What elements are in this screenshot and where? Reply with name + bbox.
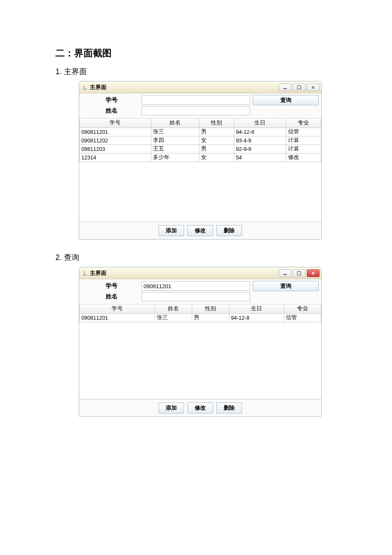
input-student-id[interactable] xyxy=(141,281,250,291)
titlebar: 主界面 xyxy=(79,81,321,93)
maximize-button[interactable] xyxy=(293,269,306,277)
cell: 王五 xyxy=(151,145,199,153)
table-header-row: 学号 姓名 性别 生日 专业 xyxy=(80,119,321,128)
delete-button[interactable]: 删除 xyxy=(216,225,242,236)
cell: 张三 xyxy=(155,314,192,322)
table-blank-area xyxy=(79,322,321,399)
svg-rect-3 xyxy=(297,272,301,275)
col-major[interactable]: 专业 xyxy=(284,304,321,314)
java-icon xyxy=(82,270,88,276)
label-student-id: 学号 xyxy=(82,96,141,104)
cell: 09811203 xyxy=(80,145,151,153)
data-table: 学号 姓名 性别 生日 专业 090811201 张三 男 94-12-8 信管 xyxy=(79,304,321,322)
table-row[interactable]: 09811203 王五 男 92-9-9 计算 xyxy=(80,145,321,153)
input-name[interactable] xyxy=(141,106,250,116)
edit-button[interactable]: 修改 xyxy=(187,225,213,236)
col-birthday[interactable]: 生日 xyxy=(229,304,284,314)
input-student-id[interactable] xyxy=(141,95,250,105)
cell: 94-12-8 xyxy=(234,128,286,136)
window-main-1: 主界面 学号 查询 姓名 学号 xyxy=(79,81,322,240)
cell: 信管 xyxy=(284,314,321,322)
add-button[interactable]: 添加 xyxy=(159,402,184,413)
col-name[interactable]: 姓名 xyxy=(155,304,192,314)
subheading-1: 1. 主界面 xyxy=(55,66,337,77)
cell: 男 xyxy=(192,314,229,322)
titlebar: 主界面 xyxy=(79,267,321,279)
subheading-2: 2. 查询 xyxy=(55,252,337,263)
search-button[interactable]: 查询 xyxy=(253,95,319,105)
maximize-button[interactable] xyxy=(293,84,306,91)
close-button[interactable] xyxy=(307,84,320,91)
table-blank-area xyxy=(79,162,321,222)
label-name: 姓名 xyxy=(82,293,141,301)
window-main-2: 主界面 学号 查询 姓名 学号 xyxy=(79,267,322,417)
cell: 12314 xyxy=(80,153,151,162)
table-row[interactable]: 12314 多少年 女 54 修改 xyxy=(80,153,321,162)
data-table-wrap: 学号 姓名 性别 生日 专业 090811201 张三 男 94-12-8 信管… xyxy=(79,119,321,222)
input-name[interactable] xyxy=(141,292,250,301)
col-gender[interactable]: 性别 xyxy=(199,119,234,128)
label-student-id: 学号 xyxy=(82,282,141,290)
data-table: 学号 姓名 性别 生日 专业 090811201 张三 男 94-12-8 信管… xyxy=(79,119,321,162)
col-id[interactable]: 学号 xyxy=(80,304,155,314)
col-birthday[interactable]: 生日 xyxy=(234,119,286,128)
cell: 女 xyxy=(199,153,234,162)
table-row[interactable]: 090811201 张三 男 94-12-8 信管 xyxy=(80,314,321,322)
button-bar: 添加 修改 删除 xyxy=(79,399,321,416)
data-table-wrap: 学号 姓名 性别 生日 专业 090811201 张三 男 94-12-8 信管 xyxy=(79,304,321,399)
minimize-button[interactable] xyxy=(279,269,291,277)
minimize-button[interactable] xyxy=(279,84,291,91)
delete-button[interactable]: 删除 xyxy=(216,402,242,413)
cell: 男 xyxy=(199,128,234,136)
cell: 090811202 xyxy=(80,136,151,145)
table-header-row: 学号 姓名 性别 生日 专业 xyxy=(80,304,321,314)
table-row[interactable]: 090811202 李四 女 93-4-9 计算 xyxy=(80,136,321,145)
cell: 93-4-9 xyxy=(234,136,286,145)
cell: 54 xyxy=(234,153,286,162)
search-panel: 学号 查询 姓名 xyxy=(79,279,321,304)
button-bar: 添加 修改 删除 xyxy=(79,222,321,239)
cell: 修改 xyxy=(286,153,321,162)
table-row[interactable]: 090811201 张三 男 94-12-8 信管 xyxy=(80,128,321,136)
window-controls xyxy=(279,269,320,277)
col-major[interactable]: 专业 xyxy=(286,119,321,128)
close-button[interactable] xyxy=(307,269,320,277)
edit-button[interactable]: 修改 xyxy=(187,402,213,413)
cell: 女 xyxy=(199,136,234,145)
cell: 多少年 xyxy=(151,153,199,162)
cell: 男 xyxy=(199,145,234,153)
window-title: 主界面 xyxy=(90,269,279,277)
col-id[interactable]: 学号 xyxy=(80,119,151,128)
cell: 92-9-9 xyxy=(234,145,286,153)
svg-rect-2 xyxy=(283,274,287,275)
cell: 090811201 xyxy=(80,128,151,136)
window-controls xyxy=(279,84,320,91)
window-title: 主界面 xyxy=(90,84,279,91)
cell: 张三 xyxy=(151,128,199,136)
cell: 信管 xyxy=(286,128,321,136)
col-name[interactable]: 姓名 xyxy=(151,119,199,128)
label-name: 姓名 xyxy=(82,107,141,115)
search-panel: 学号 查询 姓名 xyxy=(79,93,321,119)
svg-rect-0 xyxy=(283,88,287,89)
search-button[interactable]: 查询 xyxy=(253,281,319,291)
cell: 94-12-8 xyxy=(229,314,284,322)
cell: 090811201 xyxy=(80,314,155,322)
svg-rect-1 xyxy=(297,86,301,89)
col-gender[interactable]: 性别 xyxy=(192,304,229,314)
cell: 李四 xyxy=(151,136,199,145)
cell: 计算 xyxy=(286,145,321,153)
add-button[interactable]: 添加 xyxy=(159,225,184,236)
doc-heading: 二：界面截图 xyxy=(55,47,337,60)
cell: 计算 xyxy=(286,136,321,145)
java-icon xyxy=(82,84,88,90)
